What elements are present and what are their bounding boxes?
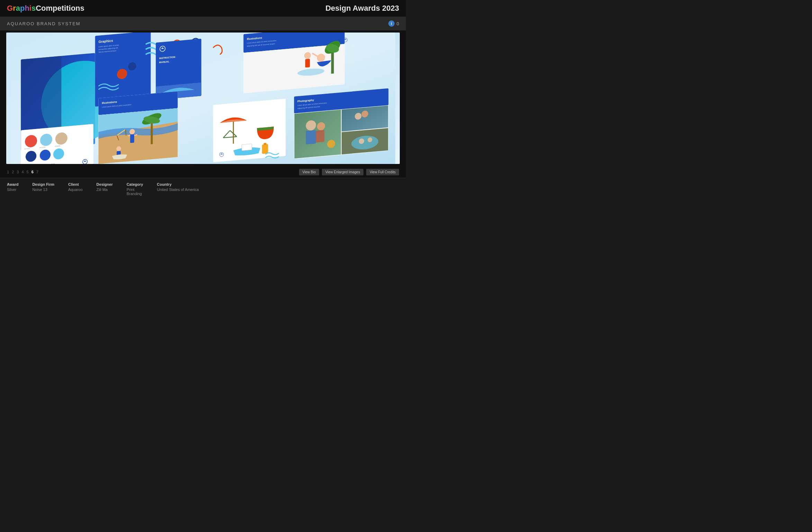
header: GraphisCompetitions Design Awards 2023 bbox=[0, 0, 406, 17]
category-label: Category bbox=[127, 182, 143, 186]
view-enlarged-button[interactable]: View Enlarged Images bbox=[322, 169, 363, 175]
country-label: Country bbox=[157, 182, 199, 186]
logo-letter-p: p bbox=[20, 4, 25, 12]
nav-dot-2[interactable]: 2 bbox=[12, 170, 14, 174]
logo-letter-g: G bbox=[7, 4, 13, 12]
nav-dot-5[interactable]: 5 bbox=[27, 170, 29, 174]
nav-bar: 1 2 3 4 5 6 7 View Bio View Enlarged Ima… bbox=[0, 166, 406, 178]
logo[interactable]: GraphisCompetitions bbox=[7, 4, 84, 13]
svg-rect-51 bbox=[262, 144, 268, 154]
info-icon[interactable]: i bbox=[388, 20, 395, 27]
svg-rect-53 bbox=[242, 144, 252, 150]
nav-dot-6[interactable]: 6 bbox=[31, 170, 34, 174]
client-label: Client bbox=[68, 182, 83, 186]
view-credits-button[interactable]: View Full Credits bbox=[366, 169, 399, 175]
entry-title: Aquaroo Brand System bbox=[7, 21, 81, 26]
category-value: PrintBranding bbox=[127, 187, 143, 196]
info-area: i 0 bbox=[388, 20, 399, 27]
footer-design-firm: Design Firm Noise 13 bbox=[32, 182, 54, 196]
svg-rect-38 bbox=[130, 134, 134, 143]
footer: Award Silver Design Firm Noise 13 Client… bbox=[0, 178, 406, 200]
logo-letter-a: a bbox=[16, 4, 20, 12]
view-bio-button[interactable]: View Bio bbox=[299, 169, 319, 175]
nav-actions: View Bio View Enlarged Images View Full … bbox=[299, 169, 399, 175]
svg-rect-52 bbox=[264, 143, 267, 145]
svg-rect-60 bbox=[342, 106, 388, 131]
designer-value: Zili Ma bbox=[97, 187, 113, 192]
logo-letter-r: r bbox=[13, 4, 16, 12]
award-value: Silver bbox=[7, 187, 18, 192]
svg-text:Cyan: Cyan bbox=[51, 163, 55, 164]
main-image: QUAROO BRAND GUIDE Graphics Lorem ipsum … bbox=[6, 33, 400, 164]
footer-category: Category PrintBranding bbox=[127, 182, 143, 196]
subtitle-bar: Aquaroo Brand System i 0 bbox=[0, 17, 406, 30]
logo-letter-s: s bbox=[31, 4, 36, 12]
page-title: Design Awards 2023 bbox=[325, 4, 399, 13]
main-image-container: QUAROO BRAND GUIDE Graphics Lorem ipsum … bbox=[0, 30, 406, 166]
award-label: Award bbox=[7, 182, 18, 186]
footer-award: Award Silver bbox=[7, 182, 18, 196]
logo-letter-h: h bbox=[25, 4, 29, 12]
footer-country: Country United States of America bbox=[157, 182, 199, 196]
design-firm-value: Noise 13 bbox=[32, 187, 54, 192]
nav-dot-1[interactable]: 1 bbox=[7, 170, 9, 174]
nav-dot-4[interactable]: 4 bbox=[21, 170, 24, 174]
mockup-scene: QUAROO BRAND GUIDE Graphics Lorem ipsum … bbox=[6, 33, 400, 164]
nav-dot-3[interactable]: 3 bbox=[17, 170, 19, 174]
nav-dots: 1 2 3 4 5 6 7 bbox=[7, 170, 38, 174]
country-value: United States of America bbox=[157, 187, 199, 192]
svg-rect-63 bbox=[306, 130, 316, 145]
client-value: Aquaroo bbox=[68, 187, 83, 192]
nav-dot-7[interactable]: 7 bbox=[36, 170, 38, 174]
design-firm-label: Design Firm bbox=[32, 182, 54, 186]
svg-rect-30 bbox=[305, 59, 310, 68]
svg-rect-65 bbox=[316, 130, 324, 143]
footer-designer: Designer Zili Ma bbox=[97, 182, 113, 196]
logo-competitions: Competitions bbox=[36, 4, 84, 12]
designer-label: Designer bbox=[97, 182, 113, 186]
info-count: 0 bbox=[397, 21, 399, 26]
footer-client: Client Aquaroo bbox=[68, 182, 83, 196]
